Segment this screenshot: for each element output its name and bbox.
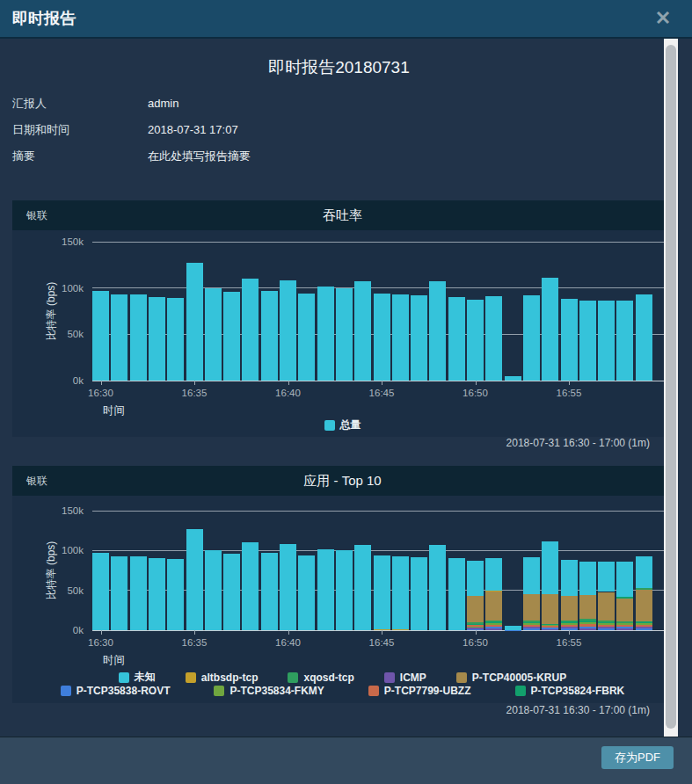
x-tick-16:40: 16:40 bbox=[275, 388, 301, 398]
bar-16:51 bbox=[485, 296, 502, 381]
close-icon[interactable]: ✕ bbox=[650, 5, 676, 32]
bar-segment-krup bbox=[598, 592, 615, 621]
bar-segment-unknown bbox=[374, 555, 390, 629]
bar-16:54 bbox=[542, 541, 558, 630]
datetime-value: 2018-07-31 17:07 bbox=[148, 117, 238, 143]
legend-swatch-unknown bbox=[119, 672, 129, 683]
scrollbar-thumb[interactable] bbox=[666, 45, 676, 729]
bar-segment-altbsdp bbox=[485, 591, 502, 592]
legend-label-xqosd: xqosd-tcp bbox=[303, 671, 353, 684]
modal-footer: 存为PDF bbox=[0, 737, 692, 784]
bar-segment-unknown bbox=[636, 556, 652, 588]
legend-item-krup: P-TCP40005-KRUP bbox=[456, 671, 566, 684]
bar-segment-total bbox=[616, 301, 633, 381]
bar-16:32 bbox=[130, 556, 147, 630]
bar-segment-unknown bbox=[298, 555, 315, 630]
bar-segment-total bbox=[598, 301, 615, 381]
x-tick-mark-16:40 bbox=[288, 381, 289, 385]
bar-segment-unknown bbox=[167, 559, 184, 630]
legend-swatch-fbrk bbox=[515, 686, 526, 696]
x-tick-16:50: 16:50 bbox=[463, 637, 488, 648]
x-tick-16:50: 16:50 bbox=[463, 388, 488, 398]
bar-16:47 bbox=[411, 557, 427, 630]
x-axis-title: 时间 bbox=[103, 403, 125, 418]
bar-segment-krup bbox=[467, 596, 484, 622]
bar-segment-unknown bbox=[354, 545, 371, 630]
bar-16:34 bbox=[167, 298, 184, 381]
summary-value: 在此处填写报告摘要 bbox=[148, 143, 251, 170]
x-tick-16:45: 16:45 bbox=[369, 637, 395, 648]
x-tick-16:35: 16:35 bbox=[182, 388, 208, 398]
bar-segment-icmp bbox=[636, 627, 652, 628]
bar-segment-unknown bbox=[542, 541, 558, 594]
save-pdf-button[interactable]: 存为PDF bbox=[601, 746, 674, 769]
bar-segment-total bbox=[467, 300, 484, 381]
chart-title-throughput: 吞吐率 bbox=[12, 200, 673, 230]
bar-segment-unknown bbox=[242, 542, 259, 630]
bar-16:40 bbox=[280, 544, 296, 630]
bar-segment-total bbox=[280, 280, 296, 381]
legend-item-icmp: ICMP bbox=[384, 671, 426, 684]
bar-segment-total bbox=[561, 299, 578, 381]
bar-segment-icmp bbox=[579, 628, 596, 630]
bar-segment-unknown bbox=[392, 556, 409, 629]
legend-swatch-total bbox=[324, 420, 335, 431]
x-tick-16:40: 16:40 bbox=[275, 637, 301, 648]
legend-label-total: 总量 bbox=[340, 417, 361, 432]
bar-segment-unknown bbox=[92, 553, 109, 630]
bar-16:45 bbox=[374, 555, 390, 630]
legend-label-ubzz: P-TCP7799-UBZZ bbox=[384, 685, 471, 697]
legend-swatch-fkmy bbox=[214, 686, 224, 696]
bar-16:36 bbox=[205, 550, 222, 630]
bar-segment-icmp bbox=[616, 628, 633, 630]
bar-16:49 bbox=[448, 558, 465, 630]
x-tick-mark-16:55 bbox=[569, 630, 570, 635]
legend-item-ubzz: P-TCP7799-UBZZ bbox=[368, 685, 471, 697]
bar-segment-unknown bbox=[561, 560, 578, 596]
bar-segment-total bbox=[636, 294, 652, 381]
bar-segment-xqosd bbox=[561, 621, 578, 622]
bar-segment-rovt bbox=[485, 627, 502, 628]
x-tick-16:55: 16:55 bbox=[557, 388, 582, 398]
bar-segment-total bbox=[505, 376, 521, 381]
bar-segment-total bbox=[542, 278, 558, 381]
bar-segment-total bbox=[523, 295, 540, 381]
bar-segment-fkmy bbox=[523, 623, 540, 624]
bar-16:38 bbox=[242, 279, 259, 381]
plot-area bbox=[92, 242, 664, 381]
legend-label-rovt: P-TCP35838-ROVT bbox=[76, 685, 171, 697]
bar-segment-rovt bbox=[542, 628, 558, 628]
bar-16:49 bbox=[448, 297, 465, 381]
field-row-summary: 摘要 在此处填写报告摘要 bbox=[0, 143, 678, 170]
bar-segment-total bbox=[298, 294, 315, 381]
panel-header: 银联 吞吐率 bbox=[12, 200, 673, 230]
bar-segment-total bbox=[111, 294, 127, 381]
report-title: 即时报告20180731 bbox=[0, 56, 678, 79]
legend-swatch-altbsdp bbox=[186, 672, 196, 683]
reporter-value: admin bbox=[148, 91, 178, 117]
bar-16:45 bbox=[374, 294, 390, 381]
bar-16:53 bbox=[523, 557, 540, 630]
bar-segment-krup bbox=[542, 594, 558, 624]
bar-16:34 bbox=[167, 559, 184, 630]
modal-header: 即时报告 ✕ bbox=[0, 0, 692, 39]
bar-segment-total bbox=[485, 296, 502, 381]
bar-segment-krup bbox=[561, 596, 578, 620]
bar-16:55 bbox=[561, 560, 578, 630]
bar-segment-fbrk bbox=[598, 622, 615, 623]
bar-16:41 bbox=[298, 294, 315, 381]
bar-16:46 bbox=[392, 294, 409, 381]
legend-item-altbsdp: altbsdp-tcp bbox=[186, 671, 259, 684]
bar-segment-unknown bbox=[186, 529, 203, 630]
summary-label: 摘要 bbox=[12, 143, 140, 170]
bar-segment-icmp bbox=[561, 627, 578, 628]
bar-16:33 bbox=[149, 558, 165, 630]
bar-segment-fkmy bbox=[561, 623, 578, 625]
x-tick-mark-16:45 bbox=[382, 381, 382, 385]
legend-item-rovt: P-TCP35838-ROVT bbox=[61, 685, 171, 697]
bar-segment-fbrk bbox=[485, 621, 502, 623]
legend-swatch-rovt bbox=[61, 686, 71, 696]
vertical-scrollbar[interactable] bbox=[664, 39, 678, 737]
x-tick-16:30: 16:30 bbox=[88, 637, 113, 648]
bar-segment-unknown bbox=[223, 554, 240, 630]
